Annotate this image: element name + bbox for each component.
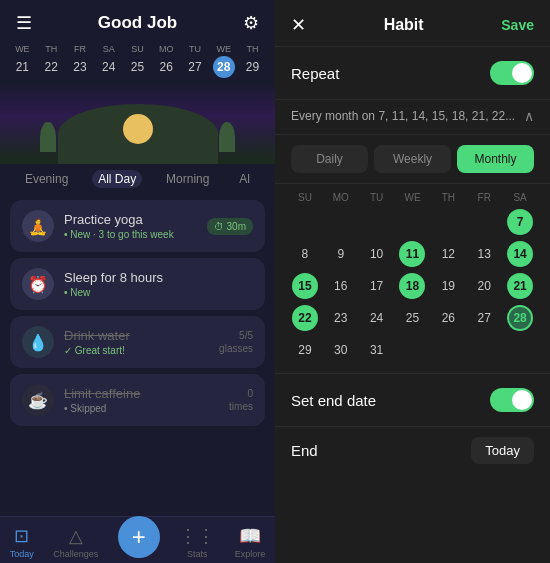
cal-cell: 22 xyxy=(287,303,323,333)
habit-water-info: Drink water ✓ Great start! xyxy=(64,328,209,356)
cal-day-num-10[interactable]: 10 xyxy=(364,241,390,267)
cal-cell xyxy=(359,207,395,237)
menu-icon[interactable]: ☰ xyxy=(16,12,32,34)
cal-day-num-24[interactable]: 24 xyxy=(364,305,390,331)
cal-cell: 29 xyxy=(287,335,323,365)
habit-yoga-timer: ⏱ 30m xyxy=(207,218,253,235)
cal-day-num-29[interactable]: 29 xyxy=(292,337,318,363)
end-date-value[interactable]: Today xyxy=(471,437,534,464)
cal-day-num-27[interactable]: 27 xyxy=(471,305,497,331)
cal-day-num-30[interactable]: 30 xyxy=(328,337,354,363)
cal-day-26[interactable]: MO26 xyxy=(155,44,177,78)
nav-explore-label: Explore xyxy=(235,549,266,559)
cal-cell: 13 xyxy=(466,239,502,269)
cal-cell: 14 xyxy=(502,239,538,269)
cal-day-num-22[interactable]: 22 xyxy=(292,305,318,331)
cal-day-num-25[interactable]: 25 xyxy=(399,305,425,331)
cal-cell xyxy=(395,335,431,365)
cal-day-num-15[interactable]: 15 xyxy=(292,273,318,299)
cal-num: 29 xyxy=(242,56,264,78)
cal-cell: 24 xyxy=(359,303,395,333)
cal-header-cell: TU xyxy=(359,192,395,203)
habit-yoga[interactable]: 🧘 Practice yoga • New · 3 to go this wee… xyxy=(10,200,265,252)
cal-day-num-12[interactable]: 12 xyxy=(435,241,461,267)
filter-morning[interactable]: Morning xyxy=(160,170,215,188)
cal-week-row: 15161718192021 xyxy=(287,271,538,301)
cal-day-num-17[interactable]: 17 xyxy=(364,273,390,299)
cal-day-23[interactable]: FR23 xyxy=(69,44,91,78)
cal-day-num-7[interactable]: 7 xyxy=(507,209,533,235)
scene-tree-left xyxy=(40,122,56,152)
scene-tree-right xyxy=(219,122,235,152)
habit-caffeine[interactable]: ☕ Limit caffeine • Skipped 0 times xyxy=(10,374,265,426)
set-end-date-label: Set end date xyxy=(291,392,376,409)
cal-day-num-20[interactable]: 20 xyxy=(471,273,497,299)
cal-cell: 16 xyxy=(323,271,359,301)
repeat-row: Repeat xyxy=(275,47,550,100)
nav-today[interactable]: ⊡ Today xyxy=(10,525,34,559)
chevron-up-icon: ∧ xyxy=(524,108,534,124)
cal-day-num-31[interactable]: 31 xyxy=(364,337,390,363)
cal-day-num-26[interactable]: 26 xyxy=(435,305,461,331)
cal-week-row: 891011121314 xyxy=(287,239,538,269)
right-panel-title: Habit xyxy=(384,16,424,34)
cal-day-22[interactable]: TH22 xyxy=(40,44,62,78)
app-title: Good Job xyxy=(98,13,177,33)
cal-num: 21 xyxy=(11,56,33,78)
cal-cell: 27 xyxy=(466,303,502,333)
filter-evening[interactable]: Evening xyxy=(19,170,74,188)
cal-day-num-11[interactable]: 11 xyxy=(399,241,425,267)
cal-cell: 10 xyxy=(359,239,395,269)
cal-cell: 11 xyxy=(395,239,431,269)
freq-description-text: Every month on 7, 11, 14, 15, 18, 21, 22… xyxy=(291,109,524,123)
cal-day-25[interactable]: SU25 xyxy=(126,44,148,78)
cal-day-num-8[interactable]: 8 xyxy=(292,241,318,267)
nav-stats[interactable]: ⋮⋮ Stats xyxy=(179,525,215,559)
cal-day-27[interactable]: TU27 xyxy=(184,44,206,78)
habit-water-unit: glasses xyxy=(219,343,253,354)
habit-water[interactable]: 💧 Drink water ✓ Great start! 5/5 glasses xyxy=(10,316,265,368)
add-habit-button[interactable]: + xyxy=(118,516,160,558)
cal-week-row: 293031 xyxy=(287,335,538,365)
cal-day-num-14[interactable]: 14 xyxy=(507,241,533,267)
cal-grid-header: SUMOTUWETHFRSA xyxy=(287,192,538,203)
cal-day-num-9[interactable]: 9 xyxy=(328,241,354,267)
cal-cell xyxy=(430,335,466,365)
end-date-toggle[interactable] xyxy=(490,388,534,412)
cal-day-24[interactable]: SA24 xyxy=(98,44,120,78)
habit-caffeine-name: Limit caffeine xyxy=(64,386,219,401)
nav-challenges[interactable]: △ Challenges xyxy=(53,525,98,559)
filter-al[interactable]: Al xyxy=(233,170,256,188)
cal-day-28[interactable]: WE28 xyxy=(213,44,235,78)
repeat-toggle-knob xyxy=(512,63,532,83)
freq-description-row[interactable]: Every month on 7, 11, 14, 15, 18, 21, 22… xyxy=(275,100,550,135)
habit-water-count: 5/5 xyxy=(239,330,253,341)
cal-day-num-18[interactable]: 18 xyxy=(399,273,425,299)
save-button[interactable]: Save xyxy=(501,17,534,33)
cal-day-num-19[interactable]: 19 xyxy=(435,273,461,299)
left-panel: ☰ Good Job ⚙ WE21TH22FR23SA24SU25MO26TU2… xyxy=(0,0,275,563)
freq-monthly-button[interactable]: Monthly xyxy=(457,145,534,173)
nav-explore[interactable]: 📖 Explore xyxy=(235,525,266,559)
cal-dow: TU xyxy=(189,44,201,54)
cal-day-21[interactable]: WE21 xyxy=(11,44,33,78)
scene-sun xyxy=(123,114,153,144)
cal-day-num-13[interactable]: 13 xyxy=(471,241,497,267)
cal-day-29[interactable]: TH29 xyxy=(242,44,264,78)
repeat-toggle[interactable] xyxy=(490,61,534,85)
bottom-nav: ⊡ Today △ Challenges + ⋮⋮ Stats 📖 Explor… xyxy=(0,516,275,563)
habit-sleep[interactable]: ⏰ Sleep for 8 hours • New xyxy=(10,258,265,310)
nav-stats-label: Stats xyxy=(187,549,208,559)
cal-day-num-16[interactable]: 16 xyxy=(328,273,354,299)
habit-water-name: Drink water xyxy=(64,328,209,343)
freq-daily-button[interactable]: Daily xyxy=(291,145,368,173)
filter-allday[interactable]: All Day xyxy=(92,170,142,188)
cal-day-num-28[interactable]: 28 xyxy=(507,305,533,331)
nav-challenges-label: Challenges xyxy=(53,549,98,559)
freq-weekly-button[interactable]: Weekly xyxy=(374,145,451,173)
settings-icon[interactable]: ⚙ xyxy=(243,12,259,34)
cal-dow: MO xyxy=(159,44,174,54)
cal-day-num-21[interactable]: 21 xyxy=(507,273,533,299)
close-button[interactable]: ✕ xyxy=(291,14,306,36)
cal-day-num-23[interactable]: 23 xyxy=(328,305,354,331)
